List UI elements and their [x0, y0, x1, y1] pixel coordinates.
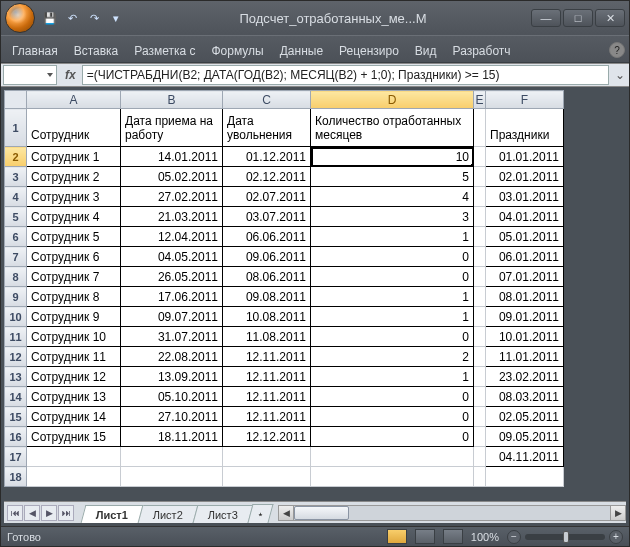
cell-B6[interactable]: 12.04.2011	[121, 227, 223, 247]
sheet-nav-last[interactable]: ⏭	[58, 505, 74, 521]
row-header-14[interactable]: 14	[5, 387, 27, 407]
sheet-nav-first[interactable]: ⏮	[7, 505, 23, 521]
cell-D11[interactable]: 0	[311, 327, 474, 347]
cell-E17[interactable]	[474, 447, 486, 467]
qat-dropdown-icon[interactable]: ▾	[107, 9, 125, 27]
row-header-3[interactable]: 3	[5, 167, 27, 187]
cell-D12[interactable]: 2	[311, 347, 474, 367]
name-box[interactable]	[3, 65, 57, 85]
cell-A9[interactable]: Сотрудник 8	[27, 287, 121, 307]
cell-D17[interactable]	[311, 447, 474, 467]
cell-A4[interactable]: Сотрудник 3	[27, 187, 121, 207]
row-header-7[interactable]: 7	[5, 247, 27, 267]
cell-F18[interactable]	[486, 467, 564, 487]
zoom-out-icon[interactable]: −	[507, 530, 521, 544]
cell-B3[interactable]: 05.02.2011	[121, 167, 223, 187]
cell-C8[interactable]: 08.06.2011	[223, 267, 311, 287]
cell-F17[interactable]: 04.11.2011	[486, 447, 564, 467]
cell-F10[interactable]: 09.01.2011	[486, 307, 564, 327]
cell-C10[interactable]: 10.08.2011	[223, 307, 311, 327]
cell-C1[interactable]: Дата увольнения	[223, 109, 311, 147]
cell-E15[interactable]	[474, 407, 486, 427]
row-header-5[interactable]: 5	[5, 207, 27, 227]
cell-B9[interactable]: 17.06.2011	[121, 287, 223, 307]
cell-C7[interactable]: 09.06.2011	[223, 247, 311, 267]
cell-D16[interactable]: 0	[311, 427, 474, 447]
cell-C12[interactable]: 12.11.2011	[223, 347, 311, 367]
cell-A11[interactable]: Сотрудник 10	[27, 327, 121, 347]
view-normal-button[interactable]	[387, 529, 407, 544]
horizontal-scrollbar[interactable]: ◀ ▶	[278, 505, 626, 521]
cell-B14[interactable]: 05.10.2011	[121, 387, 223, 407]
cell-B1[interactable]: Дата приема на работу	[121, 109, 223, 147]
cell-A6[interactable]: Сотрудник 5	[27, 227, 121, 247]
cell-C11[interactable]: 11.08.2011	[223, 327, 311, 347]
row-header-6[interactable]: 6	[5, 227, 27, 247]
cell-D5[interactable]: 3	[311, 207, 474, 227]
spreadsheet-grid[interactable]: ABCDEF1СотрудникДата приема на работуДат…	[4, 90, 626, 501]
scroll-track[interactable]	[294, 505, 610, 521]
cell-F5[interactable]: 04.01.2011	[486, 207, 564, 227]
cell-A14[interactable]: Сотрудник 13	[27, 387, 121, 407]
cell-E5[interactable]	[474, 207, 486, 227]
cell-A13[interactable]: Сотрудник 12	[27, 367, 121, 387]
view-pagebreak-button[interactable]	[443, 529, 463, 544]
ribbon-tab-view[interactable]: Вид	[408, 40, 444, 62]
cell-A10[interactable]: Сотрудник 9	[27, 307, 121, 327]
cell-B7[interactable]: 04.05.2011	[121, 247, 223, 267]
cell-F15[interactable]: 02.05.2011	[486, 407, 564, 427]
row-header-8[interactable]: 8	[5, 267, 27, 287]
zoom-thumb[interactable]	[563, 531, 569, 543]
cell-B4[interactable]: 27.02.2011	[121, 187, 223, 207]
cell-B13[interactable]: 13.09.2011	[121, 367, 223, 387]
cell-C5[interactable]: 03.07.2011	[223, 207, 311, 227]
cell-F12[interactable]: 11.01.2011	[486, 347, 564, 367]
column-header-E[interactable]: E	[474, 91, 486, 109]
cell-C9[interactable]: 09.08.2011	[223, 287, 311, 307]
close-button[interactable]: ✕	[595, 9, 625, 27]
cell-D1[interactable]: Количество отработанных месяцев	[311, 109, 474, 147]
cell-A17[interactable]	[27, 447, 121, 467]
cell-A8[interactable]: Сотрудник 7	[27, 267, 121, 287]
column-header-B[interactable]: B	[121, 91, 223, 109]
cell-F11[interactable]: 10.01.2011	[486, 327, 564, 347]
sheet-nav-prev[interactable]: ◀	[24, 505, 40, 521]
cell-E10[interactable]	[474, 307, 486, 327]
zoom-track[interactable]	[525, 534, 605, 540]
cell-F6[interactable]: 05.01.2011	[486, 227, 564, 247]
maximize-button[interactable]: □	[563, 9, 593, 27]
cell-A18[interactable]	[27, 467, 121, 487]
ribbon-tab-data[interactable]: Данные	[273, 40, 330, 62]
ribbon-tab-review[interactable]: Рецензиро	[332, 40, 406, 62]
zoom-slider[interactable]: − +	[507, 530, 623, 544]
cell-A3[interactable]: Сотрудник 2	[27, 167, 121, 187]
cell-B5[interactable]: 21.03.2011	[121, 207, 223, 227]
cell-F1[interactable]: Праздники	[486, 109, 564, 147]
save-icon[interactable]: 💾	[41, 9, 59, 27]
cell-E1[interactable]	[474, 109, 486, 147]
ribbon-tab-developer[interactable]: Разработч	[446, 40, 518, 62]
cell-B2[interactable]: 14.01.2011	[121, 147, 223, 167]
ribbon-tab-home[interactable]: Главная	[5, 40, 65, 62]
scroll-right-icon[interactable]: ▶	[610, 505, 626, 521]
cell-B8[interactable]: 26.05.2011	[121, 267, 223, 287]
cell-E13[interactable]	[474, 367, 486, 387]
cell-D10[interactable]: 1	[311, 307, 474, 327]
cell-A7[interactable]: Сотрудник 6	[27, 247, 121, 267]
row-header-16[interactable]: 16	[5, 427, 27, 447]
row-header-13[interactable]: 13	[5, 367, 27, 387]
cell-A1[interactable]: Сотрудник	[27, 109, 121, 147]
row-header-15[interactable]: 15	[5, 407, 27, 427]
cell-D7[interactable]: 0	[311, 247, 474, 267]
column-header-C[interactable]: C	[223, 91, 311, 109]
cell-E7[interactable]	[474, 247, 486, 267]
row-header-17[interactable]: 17	[5, 447, 27, 467]
cell-F4[interactable]: 03.01.2011	[486, 187, 564, 207]
cell-D14[interactable]: 0	[311, 387, 474, 407]
sheet-tab-new[interactable]: ⋆	[248, 504, 274, 523]
fx-icon[interactable]: fx	[59, 68, 82, 82]
cell-E14[interactable]	[474, 387, 486, 407]
cell-B17[interactable]	[121, 447, 223, 467]
sheet-tab-Лист3[interactable]: Лист3	[193, 505, 254, 523]
cell-D6[interactable]: 1	[311, 227, 474, 247]
